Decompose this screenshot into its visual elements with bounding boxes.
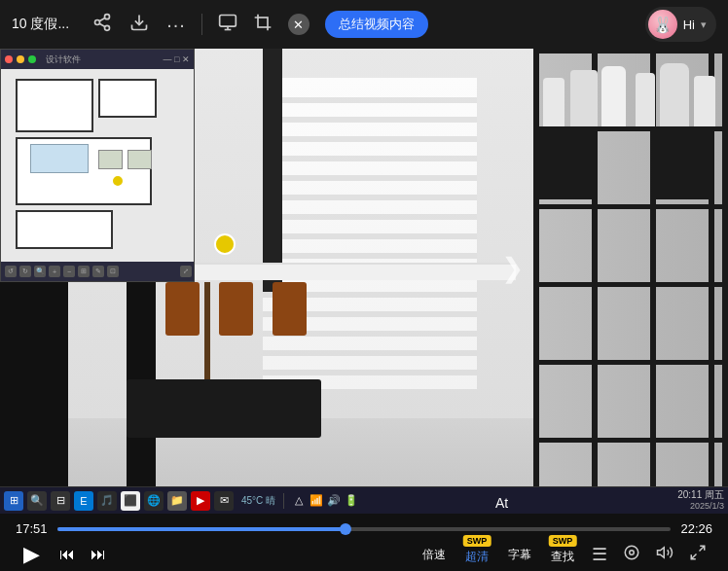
tray-icon[interactable]: △ <box>292 491 306 511</box>
chair <box>165 282 200 336</box>
shelf-bar-h <box>533 49 728 54</box>
mini-content <box>1 69 194 281</box>
taskbar-app-2[interactable]: 🎵 <box>97 491 117 511</box>
progress-track[interactable] <box>57 527 672 531</box>
taskbar-app-5[interactable]: 📁 <box>167 491 187 511</box>
quality-control[interactable]: SWP 超清 <box>457 543 496 567</box>
hi-label: Hi <box>683 18 695 32</box>
shelf-figure <box>543 78 564 126</box>
subtitle-control[interactable]: 字幕 <box>500 545 539 565</box>
shelf-surface <box>539 126 592 199</box>
divider <box>201 14 202 35</box>
shelf-bar-h <box>533 204 728 209</box>
floor-plan <box>11 74 186 259</box>
progress-fill <box>57 527 346 531</box>
buttons-row: ▶ ⏮ ⏭ 倍速 SWP 超清 字幕 SWP 查找 ☰ <box>0 536 728 571</box>
next-scene-arrow[interactable]: ❯ <box>501 252 524 284</box>
blind-line <box>263 214 477 220</box>
svg-rect-6 <box>219 15 236 26</box>
time-total: 22:26 <box>680 521 712 536</box>
screen-icon[interactable] <box>218 13 237 37</box>
volume-icon[interactable] <box>650 542 679 568</box>
mini-header: 设计软件 — □ ✕ <box>1 50 194 69</box>
blind-line <box>263 117 477 123</box>
close-dot[interactable] <box>5 55 13 63</box>
top-bar: 10 度假... ··· ✕ 总结视频内容 <box>0 0 728 49</box>
search-control[interactable]: SWP 查找 <box>543 543 582 567</box>
download-icon[interactable] <box>129 13 149 37</box>
shelf-figure <box>660 63 689 126</box>
taskbar-app-4[interactable]: 🌐 <box>144 491 164 511</box>
video-title: 10 度假... <box>12 16 69 33</box>
blind-line <box>263 97 477 103</box>
mini-floorplan-overlay[interactable]: 设计软件 — □ ✕ ↺ ↻ 🔍 + − <box>0 49 195 282</box>
battery-icon[interactable]: 🔋 <box>345 491 358 511</box>
play-button[interactable]: ▶ <box>16 540 48 569</box>
swp-badge-2: SWP <box>549 535 577 547</box>
time-current: 17:51 <box>16 521 48 536</box>
chair <box>273 282 307 336</box>
danmu-icon[interactable] <box>617 542 646 568</box>
svg-rect-9 <box>258 18 268 27</box>
taskbar-app-7[interactable]: ✉ <box>214 491 234 511</box>
shelf-bar-h <box>533 360 728 365</box>
svg-point-1 <box>95 19 100 24</box>
blind-line <box>263 253 477 259</box>
svg-line-14 <box>691 553 696 558</box>
svg-point-11 <box>630 550 635 554</box>
shelf-bar-h <box>533 438 728 443</box>
summary-button[interactable]: 总结视频内容 <box>325 11 428 38</box>
floorplan-dot <box>111 174 125 188</box>
playlist-icon[interactable]: ☰ <box>586 542 613 567</box>
svg-point-0 <box>105 14 110 18</box>
svg-marker-12 <box>658 547 665 557</box>
svg-point-2 <box>105 25 110 30</box>
more-icon[interactable]: ··· <box>166 14 186 36</box>
taskbar-app-1[interactable]: E <box>74 491 93 511</box>
blind-line <box>263 136 477 142</box>
progress-row: 17:51 22:26 <box>0 514 728 536</box>
tb-divider <box>283 493 284 509</box>
blind-line <box>263 175 477 181</box>
blind-line <box>263 370 477 375</box>
shelf-bar <box>533 49 539 486</box>
clock-display: 20:11 周五 2025/1/3 <box>677 489 724 512</box>
bench <box>127 379 321 438</box>
weather-display: 45°C 晴 <box>241 494 275 508</box>
user-avatar-area[interactable]: 🐰 Hi ▾ <box>645 7 716 42</box>
progress-thumb[interactable] <box>340 523 351 535</box>
svg-line-3 <box>99 23 105 26</box>
volume-tray-icon[interactable]: 🔊 <box>327 491 341 511</box>
right-controls: 倍速 SWP 超清 字幕 SWP 查找 ☰ <box>415 542 712 568</box>
next-button[interactable]: ⏭ <box>83 544 114 565</box>
maximize-dot[interactable] <box>28 55 36 63</box>
video-area[interactable]: ❯ 设计软件 — □ ✕ <box>0 49 728 486</box>
window <box>263 78 477 389</box>
blind-line <box>263 156 477 161</box>
mini-toolbar: ↺ ↻ 🔍 + − ⊞ ✎ ⊡ ⤢ <box>1 262 195 281</box>
shelf-figure <box>570 70 598 126</box>
player-controls: 17:51 22:26 ▶ ⏮ ⏭ 倍速 SWP 超清 字幕 <box>0 514 728 571</box>
search-tb[interactable]: 🔍 <box>27 491 47 511</box>
annotation-dot[interactable] <box>214 233 236 255</box>
task-view[interactable]: ⊟ <box>51 491 70 511</box>
start-button[interactable]: ⊞ <box>4 491 23 511</box>
shelf-figure <box>636 73 655 126</box>
svg-point-10 <box>625 546 638 559</box>
fullscreen-icon[interactable] <box>683 542 712 568</box>
taskbar-app-3[interactable]: ⬛ <box>121 491 140 511</box>
prev-button[interactable]: ⏮ <box>52 544 83 565</box>
close-button[interactable]: ✕ <box>288 14 309 35</box>
chevron-down-icon: ▾ <box>701 18 707 31</box>
share-icon[interactable] <box>92 13 112 37</box>
taskbar-app-6[interactable]: ▶ <box>191 491 210 511</box>
blind-line <box>263 233 477 239</box>
shelf-figure <box>694 76 715 126</box>
shelf-frame <box>533 49 728 486</box>
minimize-dot[interactable] <box>17 55 24 63</box>
network-icon[interactable]: 📶 <box>309 491 323 511</box>
crop-icon[interactable] <box>253 13 273 37</box>
speed-control[interactable]: 倍速 <box>415 545 454 565</box>
svg-line-13 <box>700 546 705 551</box>
taskbar: ⊞ 🔍 ⊟ E 🎵 ⬛ 🌐 📁 ▶ ✉ 45°C 晴 △ 📶 🔊 🔋 20:11… <box>0 486 728 514</box>
